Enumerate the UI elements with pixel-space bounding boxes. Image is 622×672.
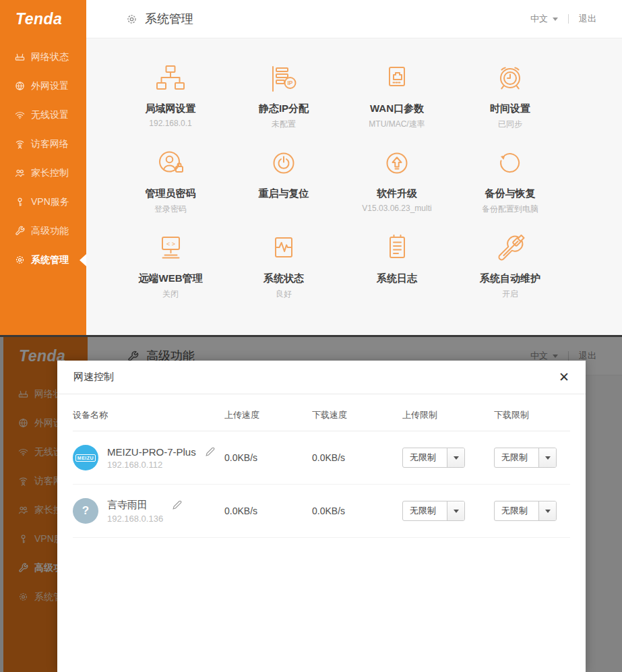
chevron-down-icon xyxy=(545,456,551,462)
tile-time-settings[interactable]: 时间设置 已同步 xyxy=(454,60,567,130)
sidebar-item-wan-settings[interactable]: 外网设置 xyxy=(0,71,86,100)
chevron-down-icon xyxy=(553,18,558,24)
sidebar-item-system-management[interactable]: 系统管理 xyxy=(0,245,86,274)
tile-admin-password[interactable]: 管理员密码 登录密码 xyxy=(114,145,227,215)
close-icon[interactable]: ✕ xyxy=(559,371,569,384)
tile-remote-web[interactable]: < > 远端WEB管理 关闭 xyxy=(114,230,227,300)
tile-auto-maintenance[interactable]: 系统自动维护 开启 xyxy=(454,230,567,300)
tile-reboot-reset[interactable]: 重启与复位 xyxy=(227,145,340,215)
sidebar-item-label: 无线设置 xyxy=(31,109,69,121)
backup-restore-icon xyxy=(454,145,567,183)
parental-control-icon xyxy=(14,168,25,179)
chevron-down-icon xyxy=(545,510,551,516)
avatar-label: MEIZU xyxy=(75,454,96,462)
column-download-limit: 下载限制 xyxy=(494,409,570,421)
device-table: 设备名称 上传速度 下载速度 上传限制 下载限制 MEIZU MEIZU-PRO… xyxy=(57,394,586,538)
tile-subtitle: MTU/MAC/速率 xyxy=(340,119,454,130)
tile-title: WAN口参数 xyxy=(340,102,454,115)
table-row: MEIZU MEIZU-PRO-7-Plus 192.168.0.112 0.0… xyxy=(73,431,570,485)
page-header: 系统管理 中文 退出 xyxy=(86,0,622,38)
upload-limit-value: 无限制 xyxy=(403,448,447,467)
tile-subtitle xyxy=(340,288,454,298)
download-limit-value: 无限制 xyxy=(495,501,538,520)
upload-limit-select[interactable]: 无限制 xyxy=(402,448,465,468)
page-title: 系统管理 xyxy=(145,11,193,27)
tenda-logo: Tenda xyxy=(0,0,86,38)
dropdown-caret-button[interactable] xyxy=(538,448,556,467)
wrench-icon xyxy=(14,226,25,237)
guest-network-icon xyxy=(14,139,25,150)
system-management-page: Tenda 网络状态 外网设置 无线设置 xyxy=(0,0,622,335)
wifi-icon xyxy=(14,110,25,121)
tile-subtitle xyxy=(227,204,340,213)
column-upload-speed: 上传速度 xyxy=(224,409,312,421)
sidebar-item-label: VPN服务 xyxy=(31,196,69,208)
tile-subtitle: 开启 xyxy=(454,288,567,300)
device-ip: 192.168.0.136 xyxy=(107,514,163,524)
tile-title: 系统状态 xyxy=(227,272,340,285)
device-ip: 192.168.0.112 xyxy=(107,460,196,470)
sidebar-item-network-status[interactable]: 网络状态 xyxy=(0,42,86,71)
device-cell: ? 言寺雨田 192.168.0.136 xyxy=(73,498,224,524)
chevron-down-icon xyxy=(454,456,459,462)
firmware-upgrade-icon xyxy=(340,145,454,183)
dropdown-caret-button[interactable] xyxy=(447,501,464,520)
router-icon xyxy=(14,52,25,63)
tile-title: 系统自动维护 xyxy=(454,272,567,285)
table-row: ? 言寺雨田 192.168.0.136 0.0KB/s 0.0KB/s 无限制 xyxy=(73,485,570,538)
svg-text:IP: IP xyxy=(287,80,292,86)
edit-pencil-icon[interactable] xyxy=(206,447,215,459)
tile-subtitle: 关闭 xyxy=(114,288,227,300)
sidebar-item-parental-control[interactable]: 家长控制 xyxy=(0,158,86,187)
tile-title: 管理员密码 xyxy=(114,187,227,200)
tile-backup-restore[interactable]: 备份与恢复 备份配置到电脑 xyxy=(454,145,567,215)
tile-subtitle: 192.168.0.1 xyxy=(114,119,227,128)
table-header-row: 设备名称 上传速度 下载速度 上传限制 下载限制 xyxy=(73,394,570,431)
tile-system-status[interactable]: 系统状态 良好 xyxy=(227,230,340,300)
lan-settings-icon xyxy=(114,60,227,98)
chevron-down-icon xyxy=(454,510,459,516)
sidebar-item-label: 访客网络 xyxy=(31,138,69,150)
language-selector[interactable]: 中文 xyxy=(530,13,558,25)
tile-subtitle: 备份配置到电脑 xyxy=(454,204,567,215)
device-name: 言寺雨田 xyxy=(107,499,163,512)
logout-button[interactable]: 退出 xyxy=(579,13,596,25)
tile-lan-settings[interactable]: 局域网设置 192.168.0.1 xyxy=(114,60,227,130)
upload-speed-value: 0.0KB/s xyxy=(224,506,312,516)
avatar-label: ? xyxy=(82,504,89,518)
svg-text:< >: < > xyxy=(166,241,175,247)
dropdown-caret-button[interactable] xyxy=(447,448,464,467)
avatar: ? xyxy=(73,498,98,524)
vpn-key-icon xyxy=(14,197,25,208)
language-label: 中文 xyxy=(530,13,548,25)
upload-limit-select[interactable]: 无限制 xyxy=(402,501,465,521)
tile-firmware-upgrade[interactable]: 软件升级 V15.03.06.23_multi xyxy=(340,145,454,215)
header-controls: 中文 退出 xyxy=(530,13,596,25)
system-status-icon xyxy=(227,230,340,268)
sidebar-item-wireless-settings[interactable]: 无线设置 xyxy=(0,100,86,129)
speed-control-modal: 网速控制 ✕ 设备名称 上传速度 下载速度 上传限制 下载限制 MEIZU ME xyxy=(57,361,586,672)
download-limit-select[interactable]: 无限制 xyxy=(494,448,557,468)
download-speed-value: 0.0KB/s xyxy=(312,452,402,463)
sidebar-item-vpn-service[interactable]: VPN服务 xyxy=(0,187,86,216)
tile-title: 重启与复位 xyxy=(227,187,340,200)
settings-tile-grid: 局域网设置 192.168.0.1 IP 静态IP分配 未配置 WAN口参数 M… xyxy=(86,38,622,300)
gear-icon xyxy=(14,255,25,266)
column-device-name: 设备名称 xyxy=(73,409,224,421)
download-limit-value: 无限制 xyxy=(495,448,538,467)
download-limit-select[interactable]: 无限制 xyxy=(494,501,557,521)
tile-title: 局域网设置 xyxy=(114,102,227,115)
tile-title: 时间设置 xyxy=(454,102,567,115)
tile-static-ip[interactable]: IP 静态IP分配 未配置 xyxy=(227,60,340,130)
tile-subtitle: 登录密码 xyxy=(114,204,227,215)
dropdown-caret-button[interactable] xyxy=(538,501,556,520)
reboot-icon xyxy=(227,145,340,183)
sidebar-item-label: 网络状态 xyxy=(31,51,69,63)
sidebar-item-advanced-features[interactable]: 高级功能 xyxy=(0,216,86,245)
tile-system-log[interactable]: 系统日志 xyxy=(340,230,454,300)
edit-pencil-icon[interactable] xyxy=(173,500,182,512)
remote-web-icon: < > xyxy=(114,230,227,268)
sidebar-item-guest-network[interactable]: 访客网络 xyxy=(0,129,86,158)
alarm-clock-icon xyxy=(454,60,567,98)
tile-wan-parameters[interactable]: WAN口参数 MTU/MAC/速率 xyxy=(340,60,454,130)
